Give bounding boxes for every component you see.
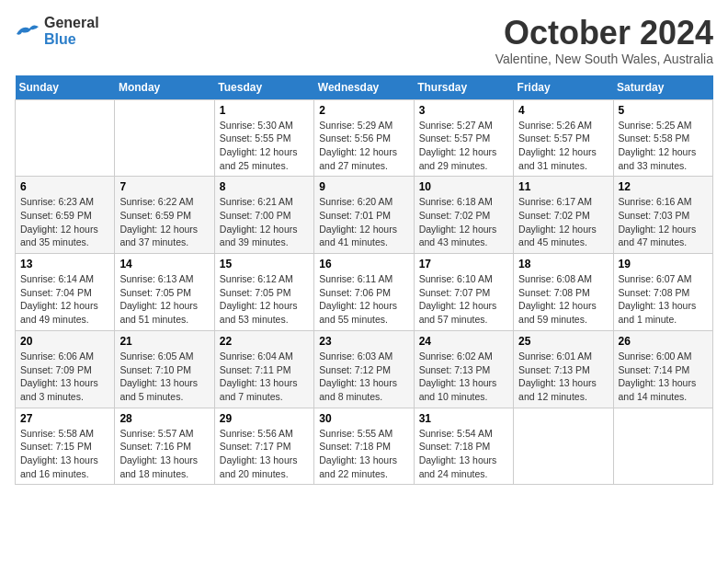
sunset-time: Sunset: 7:06 PM	[319, 286, 408, 300]
calendar-cell: 12 Sunrise: 6:16 AM Sunset: 7:03 PM Dayl…	[613, 177, 712, 254]
sunset-time: Sunset: 7:01 PM	[319, 209, 408, 223]
daylight-hours: Daylight: 13 hours and 1 minute.	[619, 299, 708, 326]
sunrise-time: Sunrise: 6:13 AM	[119, 272, 209, 286]
day-number: 26	[619, 335, 708, 348]
calendar-cell: 20 Sunrise: 6:06 AM Sunset: 7:09 PM Dayl…	[16, 330, 115, 408]
calendar-cell: 28 Sunrise: 5:57 AM Sunset: 7:16 PM Dayl…	[115, 408, 214, 485]
calendar-cell: 19 Sunrise: 6:07 AM Sunset: 7:08 PM Dayl…	[613, 254, 712, 331]
day-info: Sunrise: 5:30 AM Sunset: 5:55 PM Dayligh…	[220, 119, 309, 173]
day-info: Sunrise: 5:29 AM Sunset: 5:56 PM Dayligh…	[319, 119, 408, 173]
sunset-time: Sunset: 7:10 PM	[119, 363, 209, 377]
calendar-cell: 30 Sunrise: 5:55 AM Sunset: 7:18 PM Dayl…	[314, 408, 414, 485]
daylight-hours: Daylight: 12 hours and 59 minutes.	[518, 299, 608, 326]
sunset-time: Sunset: 5:57 PM	[419, 132, 508, 145]
day-number: 11	[518, 180, 608, 193]
daylight-hours: Daylight: 13 hours and 7 minutes.	[220, 376, 309, 403]
day-info: Sunrise: 5:27 AM Sunset: 5:57 PM Dayligh…	[419, 119, 508, 173]
day-number: 23	[319, 335, 408, 348]
day-info: Sunrise: 6:03 AM Sunset: 7:12 PM Dayligh…	[319, 350, 408, 404]
sunset-time: Sunset: 7:00 PM	[220, 209, 309, 223]
sunset-time: Sunset: 7:11 PM	[220, 363, 309, 377]
sunset-time: Sunset: 7:05 PM	[119, 286, 209, 300]
daylight-hours: Daylight: 13 hours and 5 minutes.	[119, 376, 209, 403]
day-number: 4	[518, 104, 608, 117]
sunrise-time: Sunrise: 6:17 AM	[518, 195, 608, 209]
sunrise-time: Sunrise: 6:03 AM	[319, 350, 408, 363]
page-header: General Blue October 2024 Valentine, New…	[15, 15, 713, 66]
title-section: October 2024 Valentine, New South Wales,…	[495, 15, 713, 66]
sunset-time: Sunset: 5:56 PM	[319, 132, 408, 145]
calendar-cell: 22 Sunrise: 6:04 AM Sunset: 7:11 PM Dayl…	[214, 330, 313, 408]
week-row-2: 6 Sunrise: 6:23 AM Sunset: 6:59 PM Dayli…	[16, 177, 713, 254]
sunrise-time: Sunrise: 5:25 AM	[619, 119, 708, 132]
day-number: 16	[319, 258, 408, 270]
sunrise-time: Sunrise: 5:57 AM	[119, 427, 209, 441]
calendar-cell: 24 Sunrise: 6:02 AM Sunset: 7:13 PM Dayl…	[414, 330, 513, 408]
header-thursday: Thursday	[414, 75, 513, 100]
calendar-cell: 15 Sunrise: 6:12 AM Sunset: 7:05 PM Dayl…	[214, 254, 313, 331]
day-number: 28	[119, 412, 209, 425]
day-info: Sunrise: 6:13 AM Sunset: 7:05 PM Dayligh…	[119, 272, 209, 327]
sunset-time: Sunset: 5:58 PM	[619, 132, 708, 145]
sunrise-time: Sunrise: 5:29 AM	[319, 119, 408, 132]
day-info: Sunrise: 6:21 AM Sunset: 7:00 PM Dayligh…	[220, 195, 309, 249]
calendar-cell: 17 Sunrise: 6:10 AM Sunset: 7:07 PM Dayl…	[414, 254, 513, 331]
calendar-cell: 5 Sunrise: 5:25 AM Sunset: 5:58 PM Dayli…	[613, 99, 712, 177]
day-info: Sunrise: 6:11 AM Sunset: 7:06 PM Dayligh…	[319, 272, 408, 327]
header-tuesday: Tuesday	[214, 75, 313, 100]
week-row-3: 13 Sunrise: 6:14 AM Sunset: 7:04 PM Dayl…	[16, 254, 713, 331]
day-info: Sunrise: 6:17 AM Sunset: 7:02 PM Dayligh…	[518, 195, 608, 249]
daylight-hours: Daylight: 12 hours and 31 minutes.	[518, 145, 608, 172]
sunset-time: Sunset: 7:07 PM	[419, 286, 508, 300]
day-number: 8	[220, 180, 309, 193]
sunrise-time: Sunrise: 5:58 AM	[20, 427, 109, 441]
calendar-cell	[514, 408, 613, 485]
daylight-hours: Daylight: 12 hours and 45 minutes.	[518, 223, 608, 249]
day-number: 25	[518, 335, 608, 348]
sunrise-time: Sunrise: 6:10 AM	[419, 272, 508, 286]
day-info: Sunrise: 6:04 AM Sunset: 7:11 PM Dayligh…	[220, 350, 309, 404]
daylight-hours: Daylight: 13 hours and 18 minutes.	[119, 454, 209, 480]
daylight-hours: Daylight: 12 hours and 33 minutes.	[619, 145, 708, 172]
day-number: 27	[20, 412, 109, 425]
sunrise-time: Sunrise: 6:07 AM	[619, 272, 708, 286]
sunset-time: Sunset: 7:13 PM	[419, 363, 508, 377]
daylight-hours: Daylight: 12 hours and 47 minutes.	[619, 223, 708, 249]
calendar-cell: 25 Sunrise: 6:01 AM Sunset: 7:13 PM Dayl…	[514, 330, 613, 408]
day-info: Sunrise: 5:56 AM Sunset: 7:17 PM Dayligh…	[220, 427, 309, 481]
calendar-cell: 16 Sunrise: 6:11 AM Sunset: 7:06 PM Dayl…	[314, 254, 414, 331]
calendar-cell: 7 Sunrise: 6:22 AM Sunset: 6:59 PM Dayli…	[115, 177, 214, 254]
sunset-time: Sunset: 7:12 PM	[319, 363, 408, 377]
daylight-hours: Daylight: 12 hours and 35 minutes.	[20, 223, 109, 249]
location-subtitle: Valentine, New South Wales, Australia	[495, 52, 713, 66]
daylight-hours: Daylight: 13 hours and 20 minutes.	[220, 454, 309, 480]
daylight-hours: Daylight: 12 hours and 51 minutes.	[119, 299, 209, 326]
sunset-time: Sunset: 7:05 PM	[220, 286, 309, 300]
calendar-cell: 23 Sunrise: 6:03 AM Sunset: 7:12 PM Dayl…	[314, 330, 414, 408]
day-number: 24	[419, 335, 508, 348]
header-saturday: Saturday	[613, 75, 712, 100]
sunset-time: Sunset: 6:59 PM	[119, 209, 209, 223]
day-info: Sunrise: 5:58 AM Sunset: 7:15 PM Dayligh…	[20, 427, 109, 481]
day-info: Sunrise: 6:07 AM Sunset: 7:08 PM Dayligh…	[619, 272, 708, 327]
daylight-hours: Daylight: 12 hours and 25 minutes.	[220, 145, 309, 172]
sunrise-time: Sunrise: 6:00 AM	[619, 350, 708, 363]
sunset-time: Sunset: 7:15 PM	[20, 440, 109, 454]
calendar-cell: 14 Sunrise: 6:13 AM Sunset: 7:05 PM Dayl…	[115, 254, 214, 331]
day-number: 29	[220, 412, 309, 425]
sunset-time: Sunset: 7:18 PM	[419, 440, 508, 454]
calendar-cell: 3 Sunrise: 5:27 AM Sunset: 5:57 PM Dayli…	[414, 99, 513, 177]
calendar-cell: 4 Sunrise: 5:26 AM Sunset: 5:57 PM Dayli…	[514, 99, 613, 177]
sunset-time: Sunset: 7:14 PM	[619, 363, 708, 377]
daylight-hours: Daylight: 12 hours and 27 minutes.	[319, 145, 408, 172]
daylight-hours: Daylight: 13 hours and 22 minutes.	[319, 454, 408, 480]
day-number: 5	[619, 104, 708, 117]
calendar-cell: 2 Sunrise: 5:29 AM Sunset: 5:56 PM Dayli…	[314, 99, 414, 177]
day-info: Sunrise: 6:12 AM Sunset: 7:05 PM Dayligh…	[220, 272, 309, 327]
calendar-cell: 8 Sunrise: 6:21 AM Sunset: 7:00 PM Dayli…	[214, 177, 313, 254]
sunrise-time: Sunrise: 5:55 AM	[319, 427, 408, 441]
calendar-cell: 21 Sunrise: 6:05 AM Sunset: 7:10 PM Dayl…	[115, 330, 214, 408]
daylight-hours: Daylight: 12 hours and 57 minutes.	[419, 299, 508, 326]
sunrise-time: Sunrise: 6:14 AM	[20, 272, 109, 286]
day-number: 2	[319, 104, 408, 117]
